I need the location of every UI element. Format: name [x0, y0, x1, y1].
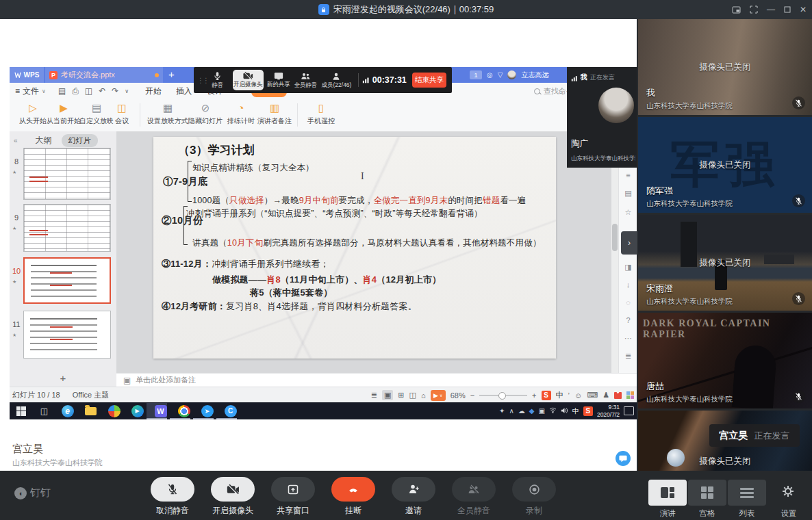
tab-slides[interactable]: 幻灯片 — [62, 134, 98, 147]
strip-circle-icon[interactable]: ◌ — [619, 298, 637, 307]
tencent-video-icon[interactable]: ▶ — [130, 404, 144, 418]
participant-tile[interactable]: 军强 摄像头已关闭 隋军强 山东科技大学泰山科技学院 — [638, 117, 812, 213]
fullscreen-icon[interactable] — [750, 5, 758, 14]
sogou-tray-icon[interactable]: S — [583, 406, 593, 416]
ribbon-phone-remote[interactable]: ▯手机遥控 — [303, 101, 340, 130]
strip-download-icon[interactable]: ↓ — [619, 281, 637, 289]
task-view-icon[interactable]: ◫ — [37, 404, 51, 418]
file-explorer-icon[interactable] — [84, 404, 98, 418]
ribbon-hide-slide[interactable]: ⊘隐藏幻灯片 — [183, 101, 227, 130]
chrome-icon[interactable] — [177, 404, 191, 418]
view-normal-icon[interactable]: ▣ — [382, 390, 393, 400]
participant-tile[interactable]: 摄像头已关闭 宋雨澄 山东科技大学泰山科技学院 — [638, 215, 812, 311]
current-slide[interactable]: （3）学习计划 I 知识点精讲精练（复习大全本） ①7-9月底 1000题（只做… — [153, 137, 556, 359]
slide-thumbnail-8[interactable] — [23, 148, 111, 200]
minimize-icon[interactable]: — — [767, 5, 775, 14]
start-button[interactable] — [14, 404, 28, 418]
ribbon-speaker-notes[interactable]: ▥演讲者备注 — [253, 101, 296, 130]
panel-expand-handle[interactable]: › — [621, 231, 637, 255]
wps-document-tab[interactable]: P 考研交流会.pptx — [45, 67, 163, 83]
collapse-panel-icon[interactable]: « — [14, 137, 18, 144]
new-share-button[interactable]: 新的共享 — [265, 71, 292, 89]
record-button[interactable] — [512, 477, 556, 502]
tray-app-icon[interactable]: ◆ — [529, 407, 535, 415]
more-commands-icon[interactable]: ∨ — [125, 88, 129, 94]
settings-button[interactable] — [779, 482, 797, 500]
wps-file-menu[interactable]: ≡ 文件 ∨ — [15, 86, 46, 97]
mute-all-button[interactable]: 全员静音 — [292, 71, 320, 90]
share-window-button[interactable] — [271, 477, 315, 502]
ime-lang-icon[interactable]: 中 — [572, 406, 579, 416]
chat-bubble-button[interactable] — [616, 451, 631, 466]
camera-on-button[interactable] — [211, 477, 255, 502]
tray-cloud-icon[interactable]: ☁ — [518, 407, 525, 415]
strip-star-icon[interactable]: ☆ — [619, 208, 637, 217]
mute-button[interactable]: 静音 — [204, 70, 231, 90]
slide-thumbnail-11[interactable] — [23, 311, 111, 359]
strip-more-icon[interactable]: ⋯ — [619, 334, 637, 343]
ime-toolbox-icon[interactable] — [626, 391, 634, 399]
end-share-button[interactable]: 结束共享 — [412, 73, 446, 88]
browser-360-icon[interactable] — [107, 404, 121, 418]
strip-lines-icon[interactable]: ≡ — [619, 171, 637, 179]
volume-icon[interactable] — [561, 407, 568, 415]
undo-icon[interactable]: ↶ — [99, 86, 105, 96]
participant-tile[interactable]: DARK ROYAL CAPTAIN RAPIER 唐喆 山东科技大学泰山科技学… — [638, 313, 812, 408]
float-window-icon[interactable] — [732, 6, 741, 14]
taskbar-clock[interactable]: 9:31 2020/7/2 — [597, 404, 620, 418]
view-show-icon[interactable]: ⌂ — [421, 391, 426, 400]
ime-keyboard-icon[interactable]: ⌨ — [587, 391, 598, 400]
print-icon[interactable]: ⎙ — [72, 86, 79, 96]
wps-logo[interactable]: WPS — [10, 67, 44, 83]
zoom-slider[interactable] — [479, 395, 527, 396]
scrollbar-thumb[interactable] — [612, 224, 618, 251]
wps-skin-icon[interactable]: ▽ — [498, 71, 503, 79]
mute-all-button[interactable] — [452, 477, 496, 502]
ime-skin-icon[interactable] — [614, 392, 622, 399]
view-speaker-button[interactable] — [648, 480, 687, 506]
notification-badge[interactable]: 1 — [470, 70, 482, 79]
save-icon[interactable]: ▤ — [58, 86, 66, 96]
strip-help-icon[interactable]: ? — [619, 316, 637, 324]
action-center-icon[interactable] — [624, 406, 634, 415]
view-reading-icon[interactable]: ◫ — [409, 391, 416, 400]
close-icon[interactable]: ✕ — [800, 5, 807, 14]
wifi-icon[interactable] — [549, 407, 557, 415]
ime-cn-icon[interactable]: 中 — [556, 390, 563, 400]
drag-handle-icon[interactable]: ⋮⋮ — [197, 77, 204, 84]
view-list-button[interactable] — [728, 480, 766, 506]
tray-pen-icon[interactable]: ✦ — [499, 407, 505, 415]
ime-punct-icon[interactable]: ’ — [568, 391, 570, 400]
tray-camera-icon[interactable]: ▣ — [538, 407, 544, 415]
ime-person-icon[interactable]: ♟ — [602, 391, 609, 400]
invite-button[interactable] — [392, 477, 435, 502]
dingtalk-taskbar-icon[interactable]: C — [223, 404, 238, 418]
wps-new-tab-button[interactable]: + — [168, 68, 175, 80]
redo-icon[interactable]: ↷ — [112, 86, 118, 96]
zoom-out-icon[interactable]: − — [470, 391, 474, 400]
zoom-level[interactable]: 68% — [451, 391, 466, 400]
sogou-ime-icon[interactable]: S — [542, 391, 551, 400]
slide-thumbnail-9[interactable] — [23, 204, 111, 252]
wps-cloud-icon[interactable]: ◎ — [487, 71, 493, 79]
ime-emoji-icon[interactable]: ☺ — [574, 391, 582, 400]
tab-outline[interactable]: 大纲 — [36, 135, 52, 146]
maximize-icon[interactable] — [784, 6, 791, 13]
slide-thumbnail-10-selected[interactable] — [23, 257, 111, 304]
status-menu-icon[interactable]: ≣ — [371, 391, 377, 400]
unmute-button[interactable] — [151, 477, 194, 502]
zoom-slider-knob[interactable] — [498, 392, 506, 400]
tab-insert[interactable]: 插入 — [176, 86, 192, 96]
wps-notes-bar[interactable]: ▣ 单击此处添加备注 — [116, 373, 637, 387]
view-sorter-icon[interactable]: ⊞ — [398, 391, 404, 400]
preview-icon[interactable]: ◫ — [85, 86, 92, 96]
wps-account-avatar[interactable] — [507, 70, 516, 79]
floating-meeting-bar[interactable]: ⋮⋮ 静音 开启摄像头 新的共享 全员静音 成员(22/46) — [194, 67, 452, 93]
edge-icon[interactable]: e — [60, 404, 75, 418]
strip-pages-icon[interactable]: ▤ — [619, 189, 637, 198]
members-button[interactable]: 成员(22/46) — [319, 71, 353, 90]
wps-taskbar-icon[interactable]: W — [153, 404, 168, 418]
strip-collapse-icon[interactable]: ≣ — [619, 352, 637, 361]
tray-expand-icon[interactable]: ∧ — [509, 407, 513, 415]
add-slide-button[interactable]: + — [10, 372, 116, 384]
